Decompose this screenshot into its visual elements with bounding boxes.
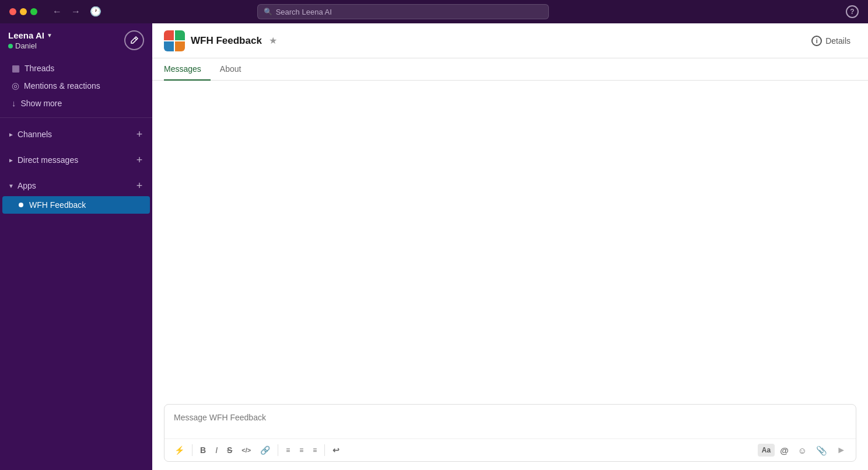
emoji-button[interactable]: ☺ [794, 443, 811, 458]
threads-icon: ▦ [12, 63, 20, 74]
online-status-icon [8, 44, 13, 48]
channels-label: Channels [18, 130, 52, 139]
sidebar-item-label: Show more [21, 99, 62, 108]
dm-collapse-icon: ► [8, 157, 14, 163]
toolbar-right: Aa @ ☺ 📎 ► [758, 443, 850, 458]
app-icon-cell-green [175, 30, 185, 40]
unordered-list-button[interactable]: ≡ [295, 444, 307, 457]
apps-section: ▼ Apps + WFH Feedback [0, 173, 152, 216]
main-content: WFH Feedback ★ i Details Messages About … [152, 23, 868, 470]
compose-icon [130, 36, 139, 45]
apps-header-left: ▼ Apps [8, 181, 36, 190]
main-layout: Leena AI ▼ Daniel ▦ Threads [0, 23, 868, 470]
nav-buttons: ← → 🕐 [49, 5, 105, 19]
direct-messages-section: ► Direct messages + [0, 147, 152, 173]
chevron-down-icon: ↓ [12, 98, 16, 108]
sidebar-divider [0, 117, 152, 118]
channels-section: ► Channels + [0, 121, 152, 147]
channels-section-header[interactable]: ► Channels + [0, 124, 152, 145]
sidebar: Leena AI ▼ Daniel ▦ Threads [0, 23, 152, 470]
apps-label: Apps [18, 181, 36, 190]
channel-name: WFH Feedback [191, 35, 262, 47]
dm-header-left: ► Direct messages [8, 155, 78, 165]
link-button[interactable]: 🔗 [256, 443, 274, 457]
forward-button[interactable]: → [68, 5, 84, 19]
app-active-dot [19, 203, 23, 207]
code-button[interactable]: </> [237, 444, 255, 457]
workspace-name: Leena AI ▼ [8, 30, 52, 40]
app-icon-cell-orange [175, 41, 185, 51]
details-button[interactable]: i Details [806, 32, 856, 50]
mentions-icon: ◎ [12, 81, 19, 91]
tabs-bar: Messages About [152, 58, 868, 81]
sidebar-item-wfh-feedback[interactable]: WFH Feedback [2, 196, 150, 214]
sidebar-header[interactable]: Leena AI ▼ Daniel [0, 23, 152, 57]
ordered-list-button[interactable]: ≡ [282, 444, 294, 457]
mention-button[interactable]: @ [776, 443, 793, 458]
app-item-label: WFH Feedback [29, 200, 86, 210]
search-bar[interactable]: 🔍 Search Leena AI [257, 4, 549, 19]
message-toolbar: ⚡ B I S </> 🔗 ≡ ≡ ≡ ↩ Aa @ ☺ 📎 ► [164, 438, 856, 461]
attach-button[interactable]: 📎 [812, 443, 831, 458]
toolbar-divider-3 [324, 444, 325, 456]
sidebar-item-show-more[interactable]: ↓ Show more [2, 95, 150, 112]
add-channel-button[interactable]: + [132, 127, 146, 141]
app-icon-cell-blue [164, 41, 174, 51]
channels-header-left: ► Channels [8, 130, 52, 139]
maximize-button[interactable] [30, 8, 37, 15]
apps-expand-icon: ▼ [8, 183, 14, 189]
add-app-button[interactable]: + [132, 179, 146, 193]
channel-header: WFH Feedback ★ i Details [152, 23, 868, 58]
dm-label: Direct messages [18, 155, 78, 165]
history-button[interactable]: ↩ [328, 443, 344, 457]
dm-section-header[interactable]: ► Direct messages + [0, 149, 152, 170]
titlebar: ← → 🕐 🔍 Search Leena AI ? [0, 0, 868, 23]
minimize-button[interactable] [20, 8, 27, 15]
details-label: Details [825, 36, 850, 46]
history-button[interactable]: 🕐 [86, 5, 105, 19]
tab-messages[interactable]: Messages [164, 58, 211, 81]
workspace-chevron-icon: ▼ [47, 32, 52, 39]
compose-button[interactable] [124, 30, 144, 50]
workspace-info: Leena AI ▼ Daniel [8, 30, 52, 50]
format-button[interactable]: Aa [758, 444, 775, 457]
info-icon: i [811, 36, 822, 46]
blockquote-button[interactable]: ≡ [309, 444, 321, 457]
traffic-lights [9, 8, 37, 15]
close-button[interactable] [9, 8, 16, 15]
app-icon-grid [164, 30, 185, 51]
back-button[interactable]: ← [49, 5, 65, 19]
apps-section-header[interactable]: ▼ Apps + [0, 175, 152, 196]
send-button[interactable]: ► [832, 443, 850, 458]
sidebar-item-mentions[interactable]: ◎ Mentions & reactions [2, 77, 150, 95]
app-icon-cell-red [164, 30, 174, 40]
search-icon: 🔍 [264, 8, 272, 16]
strikethrough-button[interactable]: S [223, 443, 236, 457]
shortcuts-button[interactable]: ⚡ [170, 443, 188, 457]
sidebar-item-label: Threads [24, 64, 54, 73]
bold-button[interactable]: B [196, 443, 210, 457]
sidebar-nav: ▦ Threads ◎ Mentions & reactions ↓ Show … [0, 57, 152, 114]
message-input-container: ⚡ B I S </> 🔗 ≡ ≡ ≡ ↩ Aa @ ☺ 📎 ► [164, 404, 856, 462]
user-status: Daniel [8, 41, 52, 50]
tab-about[interactable]: About [211, 58, 251, 81]
toolbar-divider-2 [278, 444, 278, 456]
messages-area[interactable] [152, 81, 868, 398]
help-button[interactable]: ? [846, 5, 859, 18]
message-input[interactable] [164, 405, 856, 436]
star-button[interactable]: ★ [268, 34, 278, 47]
sidebar-item-threads[interactable]: ▦ Threads [2, 60, 150, 77]
toolbar-divider-1 [192, 444, 192, 456]
search-placeholder: Search Leena AI [276, 8, 332, 16]
italic-button[interactable]: I [211, 443, 222, 457]
sidebar-item-label: Mentions & reactions [24, 81, 100, 90]
channel-header-left: WFH Feedback ★ [164, 30, 278, 51]
channels-collapse-icon: ► [8, 131, 14, 138]
svg-line-0 [135, 38, 136, 40]
channel-header-right: i Details [806, 32, 856, 50]
add-dm-button[interactable]: + [132, 153, 146, 167]
titlebar-right: ? [846, 5, 859, 18]
